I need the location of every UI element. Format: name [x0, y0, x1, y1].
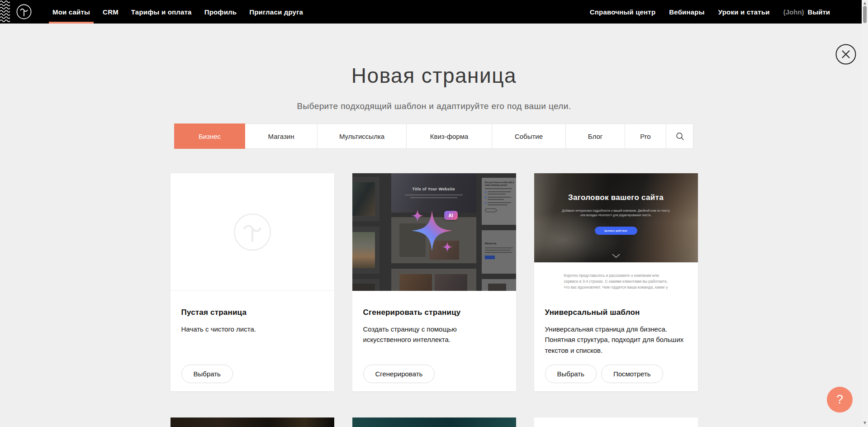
- template-body-text: Коротко представьтесь и расскажите о ком…: [564, 273, 669, 291]
- mini-about-heading: About us: [485, 242, 516, 245]
- secondary-nav: Справочный центр Вебинары Уроки и статьи…: [583, 0, 830, 24]
- next-cards-row: [0, 418, 868, 427]
- template-cta-button: Целевое действие: [595, 227, 637, 235]
- close-button[interactable]: [835, 44, 856, 65]
- template-hero-subtitle: Добавьте интересные подробности о вашей …: [560, 209, 673, 218]
- card-title: Пустая страница: [181, 308, 323, 317]
- nav-crm[interactable]: CRM: [96, 0, 125, 24]
- choose-button[interactable]: Выбрать: [545, 365, 597, 383]
- nav-my-sites-label: Мои сайты: [52, 8, 90, 16]
- scrollbar-down-arrow-icon[interactable]: ▼: [863, 421, 867, 425]
- card-description: Универсальная страница для бизнеса. Поня…: [545, 324, 687, 356]
- template-hero-title: Заголовок вашего сайта: [534, 193, 698, 202]
- ai-sparkle-small-icon: [411, 209, 424, 222]
- active-nav-underline: [49, 22, 94, 24]
- nav-lessons[interactable]: Уроки и статьи: [711, 0, 777, 24]
- mini-hero-title: Title of Your Website: [391, 187, 476, 191]
- generate-button[interactable]: Сгенерировать: [363, 365, 435, 383]
- view-button[interactable]: Посмотреть: [601, 365, 663, 383]
- card-title: Универсальный шаблон: [545, 308, 687, 317]
- tab-event[interactable]: Событие: [492, 123, 566, 149]
- tilda-watermark-icon: [233, 213, 271, 251]
- vertical-scrollbar[interactable]: ▲ ▼: [862, 0, 868, 427]
- tab-quiz-form[interactable]: Квиз-форма: [406, 123, 492, 149]
- mini-doc-heading: Get your house in order with a smart cle…: [485, 181, 516, 187]
- choose-button[interactable]: Выбрать: [181, 365, 233, 383]
- card-title: Сгенерировать страницу: [363, 308, 505, 317]
- card-ai-generate: Title of Your Website Get your house in …: [352, 173, 516, 391]
- nav-my-sites[interactable]: Мои сайты: [46, 0, 96, 24]
- page-subtitle: Выберите подходящий шаблон и адаптируйте…: [0, 101, 868, 111]
- nav-webinars[interactable]: Вебинары: [662, 0, 711, 24]
- template-preview: Заголовок вашего сайта Добавьте интересн…: [534, 173, 698, 291]
- blank-page-preview: [171, 173, 334, 291]
- ai-collage-preview: Title of Your Website Get your house in …: [352, 173, 516, 291]
- card-blank-page: Пустая страница Начать с чистого листа. …: [171, 173, 334, 391]
- app-viewport: Мои сайты CRM Тарифы и оплата Профиль Пр…: [0, 0, 868, 427]
- card-description: Создать страницу с помощью искусственног…: [363, 324, 505, 345]
- logout-link[interactable]: Выйти: [805, 8, 830, 16]
- search-icon: [676, 132, 684, 140]
- scrollbar-thumb[interactable]: [863, 6, 867, 23]
- tilda-logo[interactable]: [16, 4, 32, 19]
- tab-business[interactable]: Бизнес: [174, 123, 245, 149]
- zigzag-pattern-icon: [0, 0, 10, 24]
- chevron-down-icon: [612, 254, 620, 258]
- card-universal-template: Заголовок вашего сайта Добавьте интересн…: [534, 173, 698, 391]
- primary-nav: Мои сайты CRM Тарифы и оплата Профиль Пр…: [46, 0, 309, 24]
- ai-badge: AI: [444, 211, 458, 220]
- tab-pro[interactable]: Pro: [625, 123, 666, 149]
- card-description: Начать с чистого листа.: [181, 324, 323, 334]
- template-thumbnail: [171, 418, 334, 427]
- nav-profile[interactable]: Профиль: [198, 0, 243, 24]
- nav-pricing[interactable]: Тарифы и оплата: [125, 0, 198, 24]
- tab-blog[interactable]: Блог: [565, 123, 625, 149]
- template-thumbnail: [534, 418, 698, 427]
- tab-search[interactable]: [666, 123, 693, 149]
- page-title: Новая страница: [0, 63, 868, 88]
- tab-multilink[interactable]: Мультиссылка: [317, 123, 407, 149]
- template-cards-row: Пустая страница Начать с чистого листа. …: [0, 173, 868, 391]
- ai-sparkle-small-icon: [442, 242, 453, 252]
- scrollbar-up-arrow-icon[interactable]: ▲: [863, 1, 867, 5]
- template-category-tabs: Бизнес Магазин Мультиссылка Квиз-форма С…: [0, 123, 868, 149]
- top-navigation-bar: Мои сайты CRM Тарифы и оплата Профиль Пр…: [0, 0, 862, 24]
- template-thumbnail: [352, 418, 516, 427]
- close-icon: [835, 44, 856, 65]
- help-button[interactable]: ?: [827, 387, 853, 413]
- nav-invite-friend[interactable]: Пригласи друга: [243, 0, 309, 24]
- username-label: (John): [777, 8, 805, 16]
- nav-help-center[interactable]: Справочный центр: [583, 0, 663, 24]
- tab-store[interactable]: Магазин: [245, 123, 318, 149]
